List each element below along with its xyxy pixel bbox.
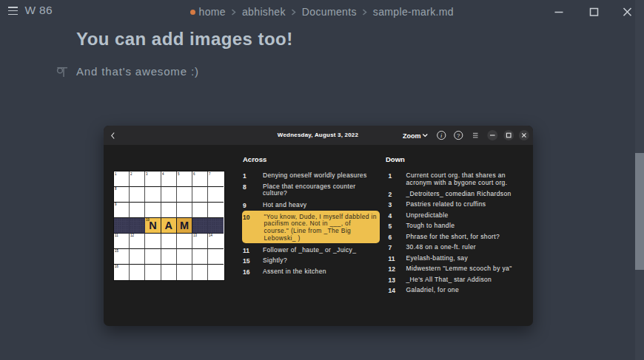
- svg-text:i: i: [440, 132, 443, 139]
- svg-text:?: ?: [457, 132, 460, 139]
- svg-text:Zoom: Zoom: [403, 132, 421, 140]
